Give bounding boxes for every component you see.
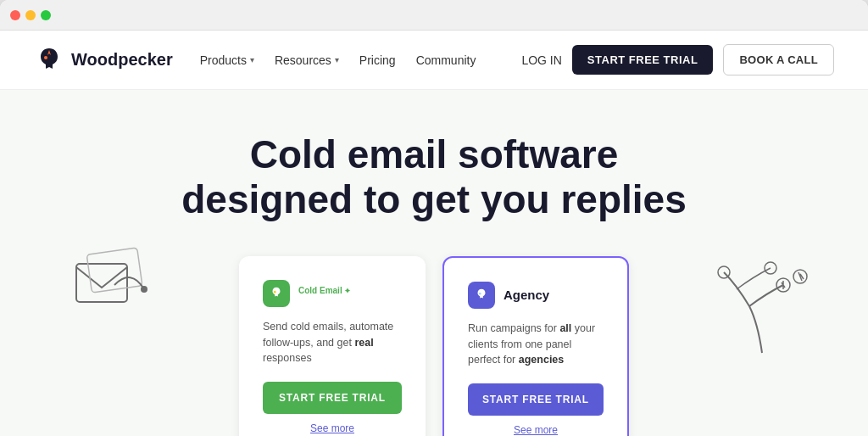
agency-see-more-link[interactable]: See more xyxy=(468,424,604,436)
svg-point-9 xyxy=(274,291,276,293)
cards-row: Cold Email ✦ Send cold emails, automate … xyxy=(34,256,834,436)
nav-community[interactable]: Community xyxy=(416,53,476,67)
hero-title: Cold email software designed to get you … xyxy=(137,132,731,222)
traffic-light-red[interactable] xyxy=(10,10,20,20)
agency-trial-button[interactable]: START FREE TRIAL xyxy=(468,383,604,416)
nav-links: Products ▾ Resources ▾ Pricing Community xyxy=(200,53,476,67)
cold-email-title: Cold Email ✦ xyxy=(298,286,351,301)
nav-right: LOG IN START FREE TRIAL BOOK A CALL xyxy=(521,44,834,75)
browser-chrome xyxy=(0,0,868,31)
chevron-down-icon: ▾ xyxy=(250,55,254,64)
nav-pricing[interactable]: Pricing xyxy=(359,53,396,67)
nav-products[interactable]: Products ▾ xyxy=(200,53,254,67)
chevron-down-icon: ▾ xyxy=(335,55,339,64)
svg-point-1 xyxy=(44,56,47,59)
browser-window: Woodpecker Products ▾ Resources ▾ Pricin… xyxy=(0,0,868,436)
agency-card: Agency Run campaigns for all your client… xyxy=(442,256,629,436)
navbar: Woodpecker Products ▾ Resources ▾ Pricin… xyxy=(0,31,868,90)
logo-icon xyxy=(34,45,64,75)
logo-text: Woodpecker xyxy=(71,50,173,70)
page: Woodpecker Products ▾ Resources ▾ Pricin… xyxy=(0,31,868,436)
cold-email-icon xyxy=(263,280,290,307)
svg-point-10 xyxy=(479,293,481,295)
cold-email-card: Cold Email ✦ Send cold emails, automate … xyxy=(239,256,426,436)
cold-email-see-more-link[interactable]: See more xyxy=(263,422,402,434)
agency-title: Agency xyxy=(504,288,549,302)
card-cold-email-header: Cold Email ✦ xyxy=(263,280,402,307)
traffic-light-yellow[interactable] xyxy=(25,10,36,20)
agency-icon xyxy=(468,282,495,309)
traffic-light-green[interactable] xyxy=(41,10,51,20)
nav-start-trial-button[interactable]: START FREE TRIAL xyxy=(572,45,714,75)
cold-email-trial-button[interactable]: START FREE TRIAL xyxy=(263,382,402,414)
book-call-button[interactable]: BOOK A CALL xyxy=(723,44,834,75)
agency-description: Run campaigns for all your clients from … xyxy=(468,321,604,368)
logo[interactable]: Woodpecker xyxy=(34,45,173,75)
cold-email-description: Send cold emails, automate follow-ups, a… xyxy=(263,319,402,366)
login-button[interactable]: LOG IN xyxy=(521,53,561,67)
hero-section: Cold email software designed to get you … xyxy=(0,90,868,436)
nav-resources[interactable]: Resources ▾ xyxy=(275,53,339,67)
card-agency-header: Agency xyxy=(468,282,604,309)
traffic-lights xyxy=(10,10,51,20)
